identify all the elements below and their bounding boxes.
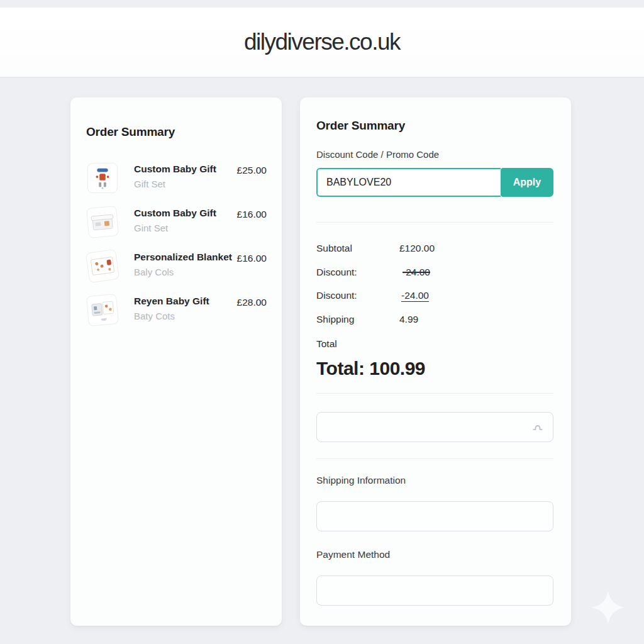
discount-row: Discount: -24.00 bbox=[316, 288, 553, 303]
order-item: Personalized Blanket Baly Cols £16.00 bbox=[86, 250, 267, 282]
item-name: Custom Baby Gift bbox=[134, 208, 216, 219]
subtotal-label: Subtotal bbox=[316, 243, 399, 254]
item-price: £28.00 bbox=[237, 297, 267, 308]
order-items-card: Order Summary Custom Baby Gift Gift Set … bbox=[70, 97, 282, 626]
site-title: dilydiverse.co.uk bbox=[244, 29, 400, 55]
product-thumbnail bbox=[86, 249, 119, 283]
item-name: Custom Baby Gift bbox=[134, 164, 216, 175]
product-thumbnail bbox=[86, 294, 119, 326]
order-item: Custom Baby Gift Gift Set £25.00 bbox=[86, 162, 267, 194]
item-variant: Baty Cots bbox=[134, 311, 175, 321]
item-variant: Gint Set bbox=[134, 223, 168, 233]
total-row: Total bbox=[316, 336, 553, 352]
shipping-information-label: Shipping Information bbox=[316, 475, 553, 486]
promo-code-label: Discount Code / Promo Code bbox=[316, 149, 553, 160]
secure-input[interactable] bbox=[316, 412, 553, 442]
subtotal-value: £120.00 bbox=[399, 243, 435, 254]
sparkle-icon bbox=[592, 591, 625, 624]
shipping-value: 4.99 bbox=[399, 314, 418, 325]
site-header: dilydiverse.co.uk bbox=[0, 8, 644, 77]
discount-label: Discount: bbox=[316, 290, 399, 301]
discount-row: Discount: -24.00 bbox=[316, 265, 553, 280]
baby-gift-photos-image bbox=[87, 294, 118, 326]
product-thumbnail bbox=[87, 163, 118, 193]
apply-button[interactable]: Apply bbox=[501, 168, 553, 197]
order-items-title: Order Summary bbox=[86, 125, 175, 139]
item-price: £16.00 bbox=[237, 209, 267, 220]
grand-total: Total: 100.99 bbox=[316, 358, 553, 379]
blanket-image bbox=[86, 249, 119, 283]
item-variant: Gift Set bbox=[134, 179, 165, 189]
shipping-row: Shipping 4.99 bbox=[316, 312, 553, 327]
baby-gift-image bbox=[88, 163, 117, 193]
checkout-summary-card: Order Summary Discount Code / Promo Code… bbox=[300, 97, 571, 626]
discount-label: Discount: bbox=[316, 267, 399, 278]
secure-field-wrap bbox=[316, 412, 553, 442]
item-name: Personalized Blanket bbox=[134, 252, 232, 263]
payment-field-wrap bbox=[316, 575, 553, 606]
product-thumbnail bbox=[86, 206, 119, 238]
divider bbox=[316, 222, 553, 223]
payment-method-input[interactable] bbox=[316, 575, 553, 606]
promo-code-row: Apply bbox=[316, 168, 553, 197]
item-name: Reyen Baby Gift bbox=[134, 296, 209, 307]
order-item: Reyen Baby Gift Baty Cots £28.00 bbox=[86, 294, 267, 326]
subtotal-row: Subtotal £120.00 bbox=[316, 241, 553, 256]
payment-method-label: Payment Method bbox=[316, 549, 553, 560]
order-item: Custom Baby Gift Gint Set £16.00 bbox=[86, 206, 267, 238]
item-price: £16.00 bbox=[237, 253, 267, 264]
divider bbox=[316, 393, 553, 394]
divider bbox=[316, 458, 553, 459]
gift-box-image bbox=[87, 206, 118, 238]
shipping-field-wrap bbox=[316, 501, 553, 531]
item-variant: Baly Cols bbox=[134, 267, 174, 277]
discount-value-struck: -24.00 bbox=[399, 267, 433, 278]
checkout-summary-title: Order Summary bbox=[316, 119, 405, 133]
total-label: Total bbox=[316, 338, 399, 350]
promo-code-input[interactable] bbox=[316, 168, 501, 197]
item-price: £25.00 bbox=[237, 165, 267, 176]
shipping-information-input[interactable] bbox=[316, 501, 553, 531]
discount-value-applied: -24.00 bbox=[399, 290, 431, 301]
shipping-label: Shipping bbox=[316, 314, 399, 325]
